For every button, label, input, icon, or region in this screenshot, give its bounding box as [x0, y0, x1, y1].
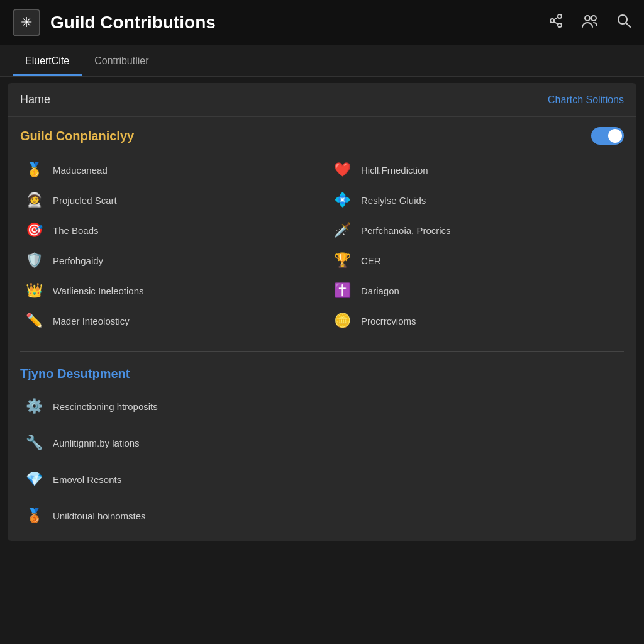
item-icon-4: 👑 — [23, 279, 45, 302]
list-item[interactable]: 🥉 Unildtoual hoinomstes — [20, 501, 624, 531]
svg-line-3 — [554, 21, 558, 24]
item-icon-r2: 🗡️ — [331, 219, 353, 242]
list-item[interactable]: ✝️ Dariagon — [328, 275, 624, 306]
list-item[interactable]: ⚙️ Rescinctioning htroposits — [20, 391, 624, 421]
search-icon[interactable] — [616, 13, 631, 32]
list-item[interactable]: 👑 Watliensic Ineleotions — [20, 275, 316, 306]
item-icon-r4: ✝️ — [331, 279, 353, 302]
list-item[interactable]: ❤️ Hicll.Frnediction — [328, 155, 624, 185]
list-item[interactable]: 🛡️ Perfohgaidy — [20, 245, 316, 275]
share-icon[interactable] — [548, 13, 564, 32]
search-solutions-link[interactable]: Chartch Solitions — [548, 94, 624, 106]
second-section: Tjyno Desutpment ⚙️ Rescinctioning htrop… — [8, 357, 636, 541]
item-label-0: Maducanead — [53, 165, 108, 175]
item-icon-1: 🧑‍🚀 — [23, 189, 45, 211]
item-label-2: The Boads — [53, 225, 99, 236]
home-label: Hame — [20, 93, 50, 106]
item-label-s1: Aunlitignm.by lations — [53, 438, 140, 448]
guild-section-header: Guild Conplaniclyy — [20, 127, 624, 145]
second-section-title: Tjyno Desutpment — [20, 367, 624, 381]
item-icon-s0: ⚙️ — [23, 395, 45, 418]
item-label-r4: Dariagon — [361, 286, 399, 296]
item-label-r0: Hicll.Frnediction — [361, 165, 428, 175]
list-item[interactable]: 🥇 Maducanead — [20, 155, 316, 185]
list-item[interactable]: 🪙 Procrrcvioms — [328, 306, 624, 336]
guild-toggle[interactable] — [591, 127, 624, 145]
item-icon-0: 🥇 — [23, 158, 45, 181]
list-item[interactable]: 🔧 Aunlitignm.by lations — [20, 428, 624, 458]
item-icon-2: 🎯 — [23, 219, 45, 242]
guild-items-left: 🥇 Maducanead 🧑‍🚀 Projucled Scart 🎯 The B… — [20, 155, 316, 336]
svg-point-6 — [591, 16, 596, 21]
list-item[interactable]: ✏️ Mader Inteolosticy — [20, 306, 316, 336]
list-item[interactable]: 🗡️ Perfchanoia, Procrics — [328, 215, 624, 245]
item-icon-r3: 🏆 — [331, 249, 353, 272]
item-label-5: Mader Inteolosticy — [53, 316, 130, 326]
item-label-4: Watliensic Ineleotions — [53, 286, 144, 296]
guild-items-grid: 🥇 Maducanead 🧑‍🚀 Projucled Scart 🎯 The B… — [20, 155, 624, 336]
item-label-r3: CER — [361, 255, 381, 266]
item-label-3: Perfohgaidy — [53, 255, 103, 266]
item-icon-r5: 🪙 — [331, 309, 353, 332]
svg-point-5 — [585, 16, 590, 21]
svg-line-8 — [626, 23, 631, 27]
list-item[interactable]: 🎯 The Boads — [20, 215, 316, 245]
item-label-r2: Perfchanoia, Procrics — [361, 225, 451, 236]
list-item[interactable]: 💠 Reslylse Gluids — [328, 185, 624, 215]
item-icon-5: ✏️ — [23, 309, 45, 332]
group-icon[interactable] — [581, 13, 599, 32]
list-item[interactable]: 🧑‍🚀 Projucled Scart — [20, 185, 316, 215]
item-icon-s1: 🔧 — [23, 431, 45, 454]
tab-elite[interactable]: EluertCite — [13, 45, 82, 76]
header-actions — [548, 13, 631, 32]
app-logo: ✳ — [13, 9, 40, 36]
item-label-s0: Rescinctioning htroposits — [53, 401, 158, 412]
guild-section: Guild Conplaniclyy 🥇 Maducanead 🧑‍🚀 Proj… — [8, 117, 636, 346]
guild-section-title: Guild Conplaniclyy — [20, 129, 134, 143]
second-section-list: ⚙️ Rescinctioning htroposits 🔧 Aunlitign… — [20, 391, 624, 531]
guild-items-right: ❤️ Hicll.Frnediction 💠 Reslylse Gluids 🗡… — [328, 155, 624, 336]
item-icon-r0: ❤️ — [331, 158, 353, 181]
item-label-s3: Unildtoual hoinomstes — [53, 511, 146, 521]
item-icon-s2: 💎 — [23, 468, 45, 491]
page-title: Guild Contributions — [50, 13, 548, 33]
svg-line-4 — [554, 17, 558, 19]
list-item[interactable]: 💎 Emovol Resonts — [20, 464, 624, 494]
item-label-1: Projucled Scart — [53, 195, 117, 206]
item-icon-3: 🛡️ — [23, 249, 45, 272]
section-divider — [20, 351, 624, 352]
item-icon-s3: 🥉 — [23, 504, 45, 527]
app-header: ✳ Guild Contributions — [0, 0, 644, 45]
tabs-container: EluertCite Contributlier — [0, 45, 644, 77]
tab-contrib[interactable]: Contributlier — [82, 45, 161, 76]
item-label-s2: Emovol Resonts — [53, 474, 121, 485]
item-label-r5: Procrrcvioms — [361, 316, 416, 326]
home-row: Hame Chartch Solitions — [8, 83, 636, 117]
item-label-r1: Reslylse Gluids — [361, 195, 426, 206]
main-content: Hame Chartch Solitions Guild Conplanicly… — [8, 83, 636, 541]
item-icon-r1: 💠 — [331, 189, 353, 211]
list-item[interactable]: 🏆 CER — [328, 245, 624, 275]
